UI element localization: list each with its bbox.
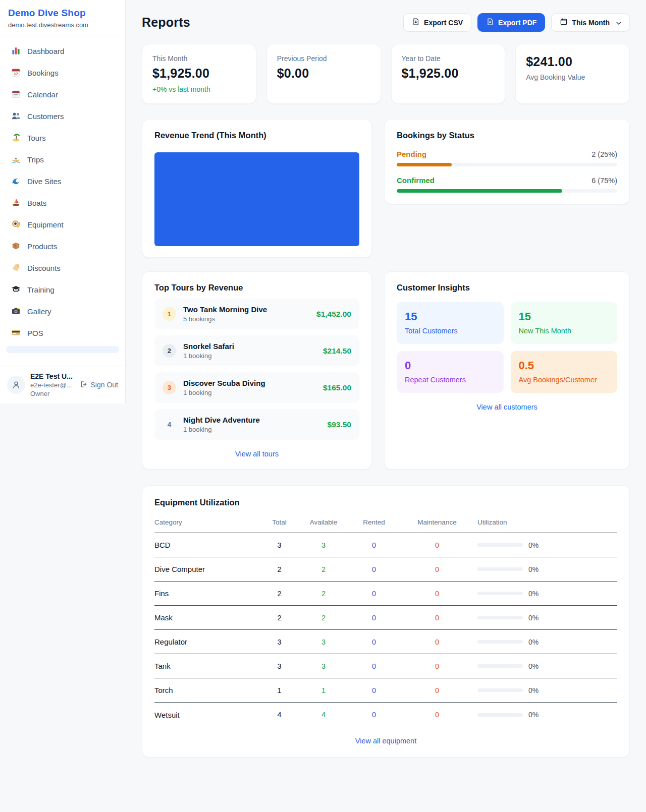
sidebar-item-bookings[interactable]: 17 Bookings	[6, 64, 119, 82]
stat-card-this-month: This Month $1,925.00 +0% vs last month	[142, 44, 256, 104]
view-all-customers-link[interactable]: View all customers	[397, 403, 617, 411]
equipment-category: Mask	[154, 613, 263, 622]
sidebar-item-reports-partial[interactable]	[6, 346, 119, 353]
export-pdf-button[interactable]: Export PDF	[477, 13, 545, 32]
page-title: Reports	[142, 15, 190, 30]
equipment-category: Torch	[154, 686, 263, 694]
tour-row: 1 Two Tank Morning Dive 5 bookings $1,45…	[154, 299, 359, 329]
stat-label: Year to Date	[402, 54, 495, 63]
page-header: Reports Export CSV Export PDF This Month	[142, 13, 630, 32]
speedboat-icon	[11, 154, 21, 165]
sign-out-label: Sign Out	[91, 381, 118, 389]
status-count: 6 (75%)	[591, 177, 617, 185]
sidebar-item-label: Products	[27, 242, 57, 251]
equipment-total: 1	[263, 686, 296, 694]
equipment-available: 3	[296, 638, 351, 646]
sidebar-item-label: Customers	[27, 112, 64, 121]
equipment-maintenance: 0	[397, 590, 477, 598]
calendar-pad-icon	[11, 89, 21, 100]
equipment-available: 3	[296, 662, 351, 670]
file-download-icon	[412, 18, 420, 27]
top-tours-title: Top Tours by Revenue	[154, 283, 359, 293]
rank-badge: 4	[163, 418, 176, 431]
sidebar-item-customers[interactable]: Customers	[6, 107, 119, 125]
sign-out-button[interactable]: Sign Out	[80, 380, 118, 390]
sidebar-item-products[interactable]: Products	[6, 238, 119, 255]
status-label: Confirmed	[397, 176, 435, 185]
sidebar-item-label: Calendar	[27, 90, 58, 99]
progress-track	[397, 189, 617, 193]
insight-label: New This Month	[519, 327, 610, 335]
progress-track	[397, 163, 617, 166]
utilization-percent: 0%	[528, 590, 539, 598]
sidebar-item-trips[interactable]: Trips	[6, 151, 119, 168]
equipment-maintenance: 0	[397, 614, 477, 622]
sidebar-item-dive-sites[interactable]: Dive Sites	[6, 172, 119, 190]
equipment-available: 2	[296, 565, 351, 573]
equipment-category: BCD	[154, 541, 263, 549]
sidebar-item-training[interactable]: Training	[6, 281, 119, 299]
view-all-equipment-link[interactable]: View all equipment	[154, 737, 617, 745]
shop-domain: demo.test.divestreams.com	[8, 21, 117, 29]
calendar-date-icon: 17	[11, 68, 21, 79]
sidebar-item-pos[interactable]: POS	[6, 324, 119, 342]
sidebar-item-dashboard[interactable]: Dashboard	[6, 42, 119, 60]
equipment-rented: 0	[351, 662, 397, 670]
bookings-by-status-title: Bookings by Status	[397, 131, 617, 140]
insight-total-customers: 15 Total Customers	[397, 302, 504, 344]
equipment-rented: 0	[351, 565, 397, 573]
sidebar-item-label: Boats	[27, 199, 46, 207]
top-tours-card: Top Tours by Revenue 1 Two Tank Morning …	[142, 271, 372, 470]
rank-badge: 3	[163, 381, 176, 394]
person-icon	[11, 380, 21, 390]
equipment-rented: 0	[351, 711, 397, 719]
equipment-total: 4	[263, 711, 296, 719]
table-header-row: Category Total Available Rented Maintena…	[154, 514, 617, 533]
package-icon	[11, 241, 21, 252]
sidebar-item-equipment[interactable]: Equipment	[6, 216, 119, 234]
equipment-maintenance: 0	[397, 565, 477, 573]
revenue-trend-chart	[154, 152, 359, 246]
period-label: This Month	[572, 19, 610, 27]
avatar	[7, 376, 25, 394]
view-all-tours-link[interactable]: View all tours	[154, 450, 359, 458]
table-row: Dive Computer 2 2 0 0 0%	[154, 557, 617, 582]
user-name: E2E Test U...	[30, 372, 75, 380]
status-row-pending: Pending 2 (25%)	[397, 150, 617, 166]
wave-icon	[11, 176, 21, 187]
sidebar-item-calendar[interactable]: Calendar	[6, 86, 119, 103]
table-row: Wetsuit 4 4 0 0 0%	[154, 703, 617, 727]
sidebar-item-label: Trips	[27, 155, 44, 164]
sidebar-item-tours[interactable]: Tours	[6, 129, 119, 147]
rank-badge: 1	[163, 307, 176, 321]
equipment-total: 2	[263, 590, 296, 598]
tag-icon	[11, 263, 21, 274]
tour-name: Discover Scuba Diving	[183, 379, 316, 387]
period-select[interactable]: This Month	[551, 13, 630, 32]
stat-card-previous-period: Previous Period $0.00	[266, 44, 381, 104]
equipment-maintenance: 0	[397, 662, 477, 670]
export-csv-button[interactable]: Export CSV	[403, 13, 471, 32]
shop-name: Demo Dive Shop	[8, 8, 117, 19]
progress-fill	[397, 189, 562, 193]
equipment-total: 3	[263, 541, 296, 549]
sidebar-item-boats[interactable]: Boats	[6, 194, 119, 212]
column-header: Rented	[351, 518, 397, 526]
sidebar-item-discounts[interactable]: Discounts	[6, 259, 119, 277]
utilization-percent: 0%	[528, 662, 539, 670]
status-label: Pending	[397, 150, 426, 158]
insights-grid: 15 Total Customers 15 New This Month 0 R…	[397, 302, 617, 393]
bookings-by-status-card: Bookings by Status Pending 2 (25%) Confi…	[384, 119, 630, 204]
insight-value: 15	[405, 310, 496, 323]
sidebar-item-gallery[interactable]: Gallery	[6, 303, 119, 320]
equipment-utilization-card: Equipment Utilization Category Total Ava…	[142, 485, 630, 758]
island-icon	[11, 133, 21, 144]
equipment-category: Tank	[154, 662, 263, 670]
customer-insights-card: Customer Insights 15 Total Customers 15 …	[384, 271, 630, 470]
stat-value: $0.00	[277, 66, 370, 81]
equipment-category: Regulator	[154, 637, 263, 646]
equipment-utilization-title: Equipment Utilization	[154, 498, 617, 507]
status-row-confirmed: Confirmed 6 (75%)	[397, 176, 617, 193]
insight-repeat-customers: 0 Repeat Customers	[397, 351, 504, 393]
file-download-icon	[486, 18, 494, 27]
